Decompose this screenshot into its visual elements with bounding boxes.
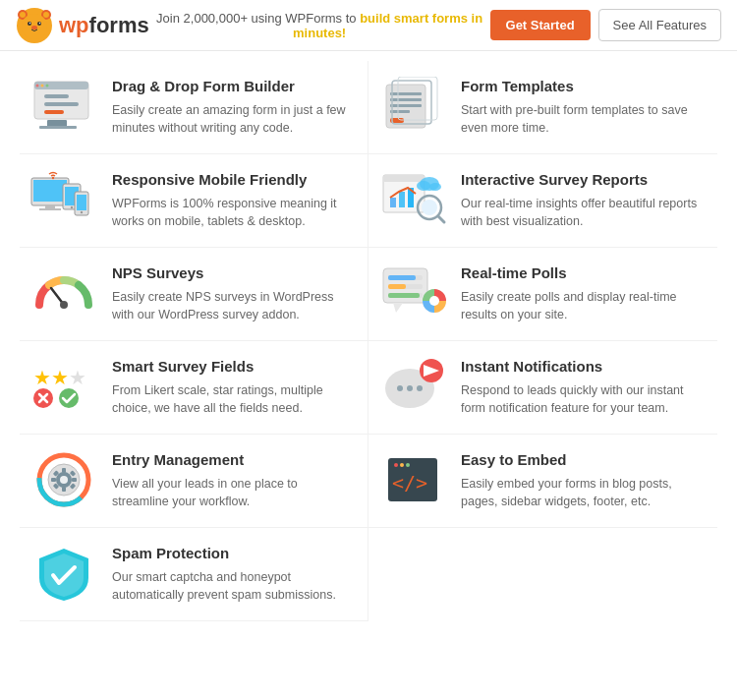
svg-rect-24 <box>390 104 422 107</box>
feature-item-drag-drop: Drag & Drop Form Builder Easily create a… <box>20 61 368 154</box>
feature-text-smart-fields: Smart Survey Fields From Likert scale, s… <box>112 357 350 418</box>
feature-title-survey-reports: Interactive Survey Reports <box>461 170 700 190</box>
svg-point-50 <box>429 183 441 191</box>
svg-point-20 <box>46 85 49 88</box>
notifications-icon <box>378 357 447 416</box>
form-builder-icon <box>29 77 98 136</box>
logo: wpforms <box>16 7 149 44</box>
svg-point-6 <box>28 22 31 26</box>
feature-item-nps-surveys: NPS Surveys Easily create NPS surveys in… <box>20 248 368 341</box>
features-section: Drag & Drop Form Builder Easily create a… <box>0 51 737 641</box>
svg-marker-54 <box>393 303 403 313</box>
feature-title-easy-embed: Easy to Embed <box>461 450 700 470</box>
svg-point-62 <box>429 296 439 306</box>
feature-text-notifications: Instant Notifications Respond to leads q… <box>461 357 700 418</box>
feature-desc-nps-surveys: Easily create NPS surveys in WordPress w… <box>112 288 350 325</box>
svg-point-19 <box>41 85 44 88</box>
feature-text-realtime-polls: Real-time Polls Easily create polls and … <box>461 263 700 324</box>
feature-desc-survey-reports: Our real-time insights offer beautiful r… <box>461 195 700 232</box>
feature-desc-notifications: Respond to leads quickly with our instan… <box>461 381 700 419</box>
feature-title-smart-fields: Smart Survey Fields <box>112 357 350 377</box>
feature-item-entry-management: Entry Management View all your leads in … <box>20 435 368 528</box>
feature-text-drag-drop: Drag & Drop Form Builder Easily create a… <box>112 77 350 138</box>
feature-title-spam-protection: Spam Protection <box>112 544 350 563</box>
svg-point-35 <box>71 206 73 208</box>
svg-rect-17 <box>39 126 77 129</box>
feature-item-survey-reports: Interactive Survey Reports Our real-time… <box>368 154 717 248</box>
svg-rect-83 <box>62 487 66 492</box>
svg-point-9 <box>39 22 40 23</box>
feature-desc-responsive: WPForms is 100% responsive meaning it wo… <box>112 195 350 232</box>
svg-point-72 <box>397 385 403 391</box>
feature-desc-spam-protection: Our smart captcha and honeypot automatic… <box>112 568 350 606</box>
feature-title-notifications: Instant Notifications <box>461 357 700 377</box>
svg-text:★: ★ <box>51 367 69 388</box>
svg-line-47 <box>438 216 444 222</box>
svg-rect-43 <box>399 192 405 207</box>
svg-rect-37 <box>77 195 86 210</box>
feature-item-responsive: Responsive Mobile Friendly WPForms is 10… <box>20 154 368 248</box>
svg-rect-42 <box>390 198 396 207</box>
svg-rect-41 <box>383 175 425 182</box>
svg-rect-14 <box>44 102 79 106</box>
feature-text-entry-management: Entry Management View all your leads in … <box>112 450 350 511</box>
svg-point-4 <box>43 12 49 18</box>
svg-rect-82 <box>62 468 66 473</box>
form-templates-icon <box>378 77 447 136</box>
polls-icon <box>378 263 447 322</box>
feature-title-drag-drop: Drag & Drop Form Builder <box>112 77 350 96</box>
svg-text:★: ★ <box>69 367 86 388</box>
feature-desc-realtime-polls: Easily create polls and display real-tim… <box>461 288 700 325</box>
feature-title-form-templates: Form Templates <box>461 77 700 96</box>
svg-rect-13 <box>44 94 69 98</box>
feature-title-entry-management: Entry Management <box>112 450 350 470</box>
svg-rect-22 <box>390 92 422 95</box>
entry-management-icon <box>29 450 98 509</box>
feature-desc-entry-management: View all your leads in one place to stre… <box>112 475 350 512</box>
svg-point-3 <box>20 12 26 18</box>
get-started-button[interactable]: Get Started <box>490 10 591 40</box>
svg-point-81 <box>60 476 68 484</box>
see-all-features-button[interactable]: See All Features <box>598 9 721 41</box>
feature-text-form-templates: Form Templates Start with pre-built form… <box>461 77 700 138</box>
feature-item-notifications: Instant Notifications Respond to leads q… <box>368 341 717 435</box>
svg-rect-30 <box>33 180 67 202</box>
svg-point-49 <box>417 181 430 191</box>
svg-point-52 <box>60 301 68 309</box>
feature-title-nps-surveys: NPS Surveys <box>112 263 350 283</box>
svg-point-46 <box>422 200 437 215</box>
feature-text-nps-surveys: NPS Surveys Easily create NPS surveys in… <box>112 263 350 324</box>
feature-item-smart-fields: ★ ★ ★ Smart Survey Fields From Likert sc… <box>20 341 368 435</box>
svg-point-38 <box>81 211 83 213</box>
svg-rect-58 <box>388 284 406 289</box>
feature-text-survey-reports: Interactive Survey Reports Our real-time… <box>461 170 700 231</box>
svg-point-8 <box>29 22 30 23</box>
feature-desc-drag-drop: Easily create an amazing form in just a … <box>112 101 350 139</box>
svg-point-39 <box>52 177 54 179</box>
logo-text: wpforms <box>59 13 149 38</box>
features-grid: Drag & Drop Form Builder Easily create a… <box>20 61 717 621</box>
svg-point-18 <box>36 85 39 88</box>
svg-point-73 <box>407 385 413 391</box>
svg-point-10 <box>31 26 37 29</box>
svg-rect-25 <box>390 110 410 113</box>
svg-point-91 <box>394 463 398 467</box>
svg-rect-85 <box>72 478 77 482</box>
feature-text-responsive: Responsive Mobile Friendly WPForms is 10… <box>112 170 350 231</box>
feature-item-spam-protection: Spam Protection Our smart captcha and ho… <box>20 528 368 621</box>
feature-desc-smart-fields: From Likert scale, star ratings, multipl… <box>112 381 350 419</box>
feature-text-easy-embed: Easy to Embed Easily embed your forms in… <box>461 450 700 511</box>
responsive-icon <box>29 170 98 229</box>
feature-desc-form-templates: Start with pre-built form templates to s… <box>461 101 700 139</box>
svg-text:</>: </> <box>392 471 427 495</box>
feature-item-realtime-polls: Real-time Polls Easily create polls and … <box>368 248 717 341</box>
feature-desc-easy-embed: Easily embed your forms in blog posts, p… <box>461 475 700 512</box>
logo-bear-icon <box>16 7 53 44</box>
svg-text:★: ★ <box>33 367 51 388</box>
svg-rect-15 <box>44 110 64 114</box>
feature-item-form-templates: Form Templates Start with pre-built form… <box>368 61 717 154</box>
svg-rect-23 <box>390 98 422 101</box>
svg-rect-56 <box>388 275 416 280</box>
header-buttons: Get Started See All Features <box>490 9 721 41</box>
feature-item-easy-embed: </> Easy to Embed Easily embed your form… <box>368 435 717 528</box>
